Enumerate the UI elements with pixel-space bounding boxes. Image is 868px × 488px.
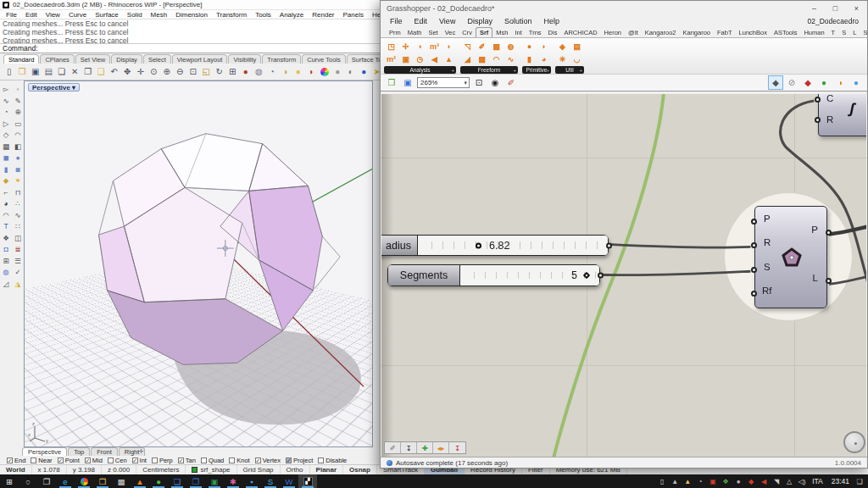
tray-icon[interactable]: ❖ — [720, 474, 732, 488]
component-icon[interactable]: ◹ — [460, 40, 475, 53]
tray-icon[interactable]: ◥ — [771, 474, 782, 488]
canvas-toolbar-icon[interactable]: ⊡ — [472, 76, 486, 89]
side-toolbar-icon[interactable]: ∴ — [13, 198, 24, 209]
side-toolbar-icon[interactable]: ⊕ — [13, 107, 24, 118]
side-toolbar-icon[interactable]: ◿ — [1, 279, 12, 290]
rhino-menu-item[interactable]: Mesh — [147, 11, 172, 19]
side-toolbar-icon[interactable]: ◦ — [13, 84, 24, 95]
side-toolbar-icon[interactable]: ◼ — [1, 152, 12, 164]
perspective-viewport[interactable]: Perspective▾ zyx — [24, 80, 373, 447]
grasshopper-menu-item[interactable]: Edit — [409, 17, 434, 25]
side-toolbar-icon[interactable]: ◠ — [13, 130, 24, 141]
toolbar-icon[interactable]: ✕ — [69, 65, 82, 79]
toolbar-icon[interactable]: ◗ — [305, 65, 319, 79]
output-port-l[interactable] — [826, 278, 832, 284]
output-port-p[interactable] — [826, 230, 832, 236]
start-button[interactable]: ⊞ — [0, 474, 19, 488]
side-toolbar-icon[interactable]: ∿ — [13, 210, 24, 221]
rhino-menu-item[interactable]: Curve — [64, 11, 91, 19]
input-port-c[interactable] — [815, 97, 821, 103]
component-icon[interactable]: ◡ — [570, 53, 584, 65]
osnap-checkbox[interactable]: Int — [132, 457, 147, 464]
statusbar-segment[interactable]: Planar — [310, 465, 343, 474]
toolbar-icon[interactable]: ❏ — [55, 65, 69, 79]
taskbar-app-icon[interactable]: ▞ — [298, 474, 317, 488]
polygon-component[interactable]: P R S Rf P L — [754, 206, 827, 308]
canvas-widget-button[interactable]: ↧ — [449, 442, 465, 453]
tray-icon[interactable]: ▣ — [707, 474, 719, 488]
input-port-p[interactable] — [751, 219, 757, 225]
side-toolbar-icon[interactable]: ⊞ — [1, 256, 12, 267]
taskbar-app-icon[interactable] — [75, 474, 93, 488]
taskbar-app-icon[interactable]: ▪ — [242, 474, 261, 488]
tray-icon[interactable]: △ — [783, 474, 795, 488]
component-icon[interactable]: ∿ — [504, 53, 518, 65]
toolbar-icon[interactable]: ◐ — [344, 65, 358, 79]
side-toolbar-icon[interactable]: ▮ — [1, 164, 12, 175]
category-tab[interactable]: LunchBox — [736, 28, 771, 37]
window-button[interactable]: × — [846, 2, 867, 15]
component-icon[interactable]: ◗ — [442, 40, 456, 53]
statusbar-segment[interactable]: y 3.198 — [67, 465, 102, 474]
slider-output-port[interactable] — [598, 273, 604, 279]
component-icon[interactable]: ◗ — [537, 40, 551, 53]
component-icon[interactable]: ✢ — [398, 40, 413, 53]
language-indicator[interactable]: ITA — [808, 477, 827, 485]
statusbar-segment[interactable]: Centimeters — [136, 465, 186, 474]
statusbar-segment[interactable]: x 1.078 — [32, 465, 67, 474]
slider-track[interactable]: 5 — [460, 265, 599, 286]
statusbar-segment[interactable]: Osnap — [343, 465, 377, 474]
taskbar-app-icon[interactable]: ✱ — [224, 474, 242, 488]
category-tab[interactable]: Prm — [386, 28, 404, 37]
component-icon[interactable]: ▮ — [522, 53, 537, 65]
taskbar-app-icon[interactable]: ❐ — [186, 474, 205, 488]
rhino-menu-item[interactable]: File — [2, 11, 21, 19]
category-tab[interactable]: Vec — [442, 28, 459, 37]
side-toolbar-icon[interactable]: ◇ — [1, 130, 12, 141]
statusbar-segment[interactable]: Ortho — [281, 465, 310, 474]
category-tab[interactable]: @It — [625, 28, 642, 37]
category-tab[interactable]: Dis — [545, 28, 561, 37]
taskbar-app-icon[interactable]: ● — [149, 474, 168, 488]
slider-name-label[interactable]: Segments — [388, 265, 460, 286]
component-icon[interactable]: ◳ — [384, 40, 398, 53]
tray-icon[interactable]: ◔ — [694, 474, 706, 488]
side-toolbar-icon[interactable]: ◕ — [1, 198, 12, 209]
rhino-menu-item[interactable]: View — [42, 11, 64, 19]
toolbar-icon[interactable]: ◍ — [253, 65, 266, 79]
toolbar-icon[interactable] — [318, 65, 331, 79]
category-tab[interactable]: L — [849, 28, 860, 37]
toolbar-icon[interactable]: ● — [239, 65, 253, 79]
category-tab[interactable]: Kangaroo2 — [642, 28, 680, 37]
toolbar-icon[interactable]: ◱ — [200, 65, 214, 79]
side-toolbar-icon[interactable]: ✶ — [13, 175, 24, 186]
taskbar-app-icon[interactable]: ❒ — [93, 474, 112, 488]
category-tab[interactable]: ARCHICAD — [560, 28, 600, 37]
component-icon[interactable]: ◠ — [489, 53, 504, 65]
preview-mode-icon[interactable]: ● — [817, 76, 831, 89]
osnap-checkbox[interactable]: Project — [286, 457, 313, 464]
side-toolbar-icon[interactable]: ◠ — [1, 210, 12, 221]
search-button[interactable]: ○ — [19, 474, 37, 488]
window-button[interactable]: □ — [825, 2, 846, 15]
toolbar-icon[interactable]: ❐ — [81, 65, 95, 79]
canvas-toolbar-icon[interactable]: ◉ — [488, 76, 502, 89]
category-tab[interactable]: ASTools — [771, 28, 801, 37]
grasshopper-menu-item[interactable]: File — [384, 17, 409, 25]
taskbar-app-icon[interactable]: W — [280, 474, 298, 488]
rhino-menu-item[interactable]: Panels — [339, 11, 368, 19]
slider-output-port[interactable] — [606, 242, 612, 248]
toolbar-icon[interactable]: ▣ — [29, 65, 42, 79]
category-tab[interactable]: Crv — [459, 28, 476, 37]
toolbar-icon[interactable]: ❑ — [95, 65, 108, 79]
side-toolbar-icon[interactable]: ◍ — [1, 267, 12, 278]
side-toolbar-icon[interactable]: ✎ — [13, 96, 24, 107]
grasshopper-menu-item[interactable]: Help — [537, 17, 565, 25]
input-port-s[interactable] — [751, 267, 757, 273]
toolbar-tab[interactable]: Curve Tools — [302, 54, 345, 64]
input-port-r[interactable] — [751, 242, 757, 248]
canvas-toolbar-icon[interactable]: ❒ — [385, 76, 398, 89]
viewport-tab[interactable]: Perspective — [22, 447, 67, 456]
slider-knob[interactable] — [476, 242, 481, 248]
side-toolbar-icon[interactable]: ☰ — [13, 256, 24, 267]
